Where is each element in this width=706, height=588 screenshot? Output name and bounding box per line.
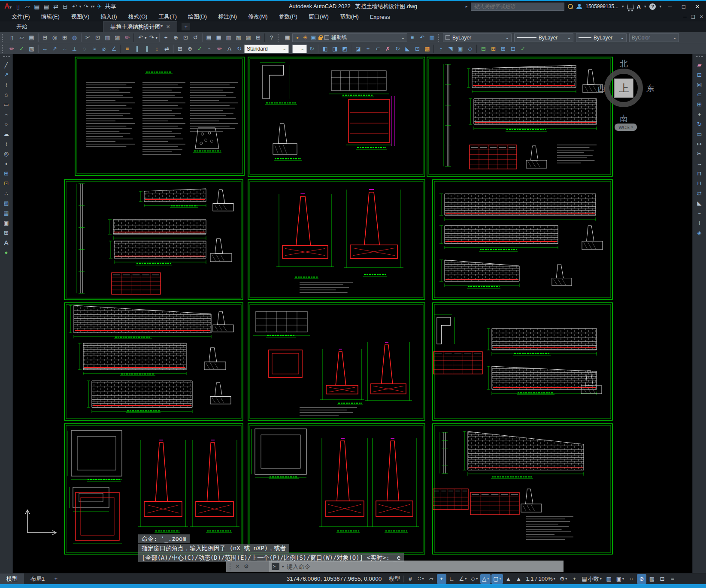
designcenter-icon[interactable]: ▦ xyxy=(214,33,224,42)
circle-icon[interactable]: ○ xyxy=(1,119,12,129)
extend-icon[interactable]: → xyxy=(694,159,705,169)
qat-saveas-icon[interactable]: ▤ xyxy=(42,2,51,11)
menu-window[interactable]: 窗口(W) xyxy=(303,12,334,21)
model-paper-toggle[interactable]: 模型 xyxy=(387,574,402,584)
markup-icon[interactable]: ▨ xyxy=(243,33,253,42)
doc-minimize-button[interactable]: ─ xyxy=(683,14,687,19)
offset-icon[interactable]: ⊂ xyxy=(694,90,705,100)
mtext-icon[interactable]: A xyxy=(1,238,12,247)
graphics-performance-icon[interactable]: ▧ xyxy=(647,574,657,584)
check-icon[interactable]: ✓ xyxy=(518,44,528,54)
doc-restore-button[interactable]: ❑ xyxy=(691,14,695,20)
publish-icon[interactable]: ⊞ xyxy=(60,33,70,42)
quick-properties-icon[interactable]: ▥ xyxy=(604,574,614,584)
shell-2-icon[interactable]: ⊞ xyxy=(498,44,508,54)
viewcube[interactable]: 北 西 东 南 上 xyxy=(598,58,655,126)
pan-icon[interactable]: + xyxy=(161,33,171,42)
erase-icon[interactable]: ▰ xyxy=(694,60,705,70)
paste-icon[interactable]: ▥ xyxy=(103,33,112,42)
extrude-faces-icon[interactable]: ◪ xyxy=(353,44,363,54)
grid-toggle-icon[interactable]: # xyxy=(406,574,415,584)
account-name[interactable]: 1505999135... xyxy=(585,3,618,9)
subtract-icon[interactable]: ◨ xyxy=(330,44,340,54)
dim-arc-length-icon[interactable]: ⌢ xyxy=(60,44,70,54)
collapse-search-icon[interactable]: ▸ xyxy=(466,4,468,9)
line-icon[interactable]: ╱ xyxy=(1,60,12,70)
ellipse-icon[interactable]: ◎ xyxy=(1,149,12,159)
new-layout-button[interactable]: + xyxy=(51,575,61,583)
account-dropdown[interactable]: ▾ xyxy=(622,4,624,9)
search-icon[interactable] xyxy=(568,4,573,9)
quick-dim-icon[interactable]: ≡ xyxy=(122,44,132,54)
edit-block-icon[interactable]: ✏ xyxy=(122,33,132,42)
menu-view[interactable]: 视图(V) xyxy=(65,12,95,21)
save-icon[interactable]: ▤ xyxy=(27,33,36,42)
quickcalc-icon[interactable]: ⊞ xyxy=(253,33,263,42)
menu-help[interactable]: 帮助(H) xyxy=(334,12,364,21)
copy-icon[interactable]: ⊡ xyxy=(694,70,705,80)
dim-continue-icon[interactable]: ∥ xyxy=(142,44,152,54)
delete-faces-icon[interactable]: ✗ xyxy=(383,44,393,54)
zoom-previous-icon[interactable]: ↺ xyxy=(191,33,200,42)
viewcube-top-face[interactable]: 上 xyxy=(614,78,633,98)
qat-redo-icon[interactable]: ↷ xyxy=(81,2,91,11)
edit-text-icon[interactable]: ✏ xyxy=(7,44,17,54)
properties-palette-icon[interactable]: ▤ xyxy=(204,33,214,42)
customize-status-icon[interactable]: ≡ xyxy=(668,574,677,584)
redo-icon[interactable]: ↷ xyxy=(147,33,157,42)
offset-faces-icon[interactable]: ⊂ xyxy=(373,44,383,54)
ortho-mode-icon[interactable]: ∟ xyxy=(447,574,457,584)
move-icon[interactable]: + xyxy=(694,109,705,119)
viewcube-west[interactable]: 西 xyxy=(597,83,606,94)
layout1-tab[interactable]: 布局1 xyxy=(24,573,51,585)
dim-diameter-icon[interactable]: ⌀ xyxy=(99,44,109,54)
dim-text-edit-icon[interactable]: A xyxy=(224,44,234,54)
help-dropdown[interactable]: ▾ xyxy=(659,4,661,9)
properties-toolbar-grip[interactable] xyxy=(438,34,441,42)
insert-block-icon[interactable]: ⊞ xyxy=(1,169,12,178)
fullscreen-icon[interactable]: ⊡ xyxy=(658,574,667,584)
qat-new-icon[interactable]: ▯ xyxy=(13,2,23,11)
solid-edit-icon[interactable]: ⊡ xyxy=(508,44,518,54)
dim-ordinate-icon[interactable]: ⊥ xyxy=(70,44,79,54)
isodraft-icon[interactable]: ◇▾ xyxy=(469,574,479,584)
separate-icon[interactable]: ⊟ xyxy=(479,44,488,54)
object-snap-icon[interactable]: ▢▾ xyxy=(491,574,503,584)
clean-icon[interactable]: ◇ xyxy=(465,44,475,54)
spline-icon[interactable]: ≀ xyxy=(1,139,12,149)
tolerance-icon[interactable]: ⊞ xyxy=(175,44,185,54)
construction-line-icon[interactable]: ↗ xyxy=(1,70,12,80)
layer-combo[interactable]: ● ☀ ▣ 辅助线 ⌄ xyxy=(292,33,407,42)
move-faces-icon[interactable]: + xyxy=(363,44,373,54)
annotation-visibility-icon[interactable]: ▲ xyxy=(504,574,513,584)
make-block-icon[interactable]: ⊡ xyxy=(1,178,12,188)
stretch-icon[interactable]: ↦ xyxy=(694,139,705,149)
break-icon[interactable]: ⊔ xyxy=(694,178,705,188)
annotation-autoscale-icon[interactable]: ▲ xyxy=(514,574,524,584)
layer-states-icon[interactable]: ≡ xyxy=(407,33,417,42)
doc-close-button[interactable]: ✕ xyxy=(700,14,703,20)
table-icon[interactable]: ⊞ xyxy=(1,228,12,238)
share-icon[interactable]: ✈ xyxy=(94,2,104,11)
maximize-button[interactable]: □ xyxy=(679,3,689,10)
gradient-icon[interactable]: ▦ xyxy=(1,208,12,218)
shell-icon[interactable]: ⊞ xyxy=(488,44,498,54)
layer-thaw-icon[interactable]: ☀ xyxy=(302,33,308,42)
open-icon[interactable]: ▱ xyxy=(17,33,27,42)
point-icon[interactable]: ∴ xyxy=(1,188,12,198)
explode-icon[interactable]: ◈ xyxy=(694,228,705,238)
arc-icon[interactable]: ⌢ xyxy=(1,109,12,119)
qat-undo-icon[interactable]: ↶ xyxy=(70,2,79,11)
help-icon[interactable]: ? xyxy=(649,3,656,10)
dim-angular-icon[interactable]: ∠ xyxy=(109,44,119,54)
viewcube-east[interactable]: 东 xyxy=(646,83,654,94)
dim-jogged-icon[interactable]: ≈ xyxy=(89,44,99,54)
draw-toolbar-grip[interactable] xyxy=(3,56,10,58)
close-button[interactable]: ✕ xyxy=(692,3,703,10)
clean-screen-icon[interactable]: ⊘ xyxy=(637,574,646,584)
array-icon[interactable]: ⊞ xyxy=(694,100,705,109)
infer-constraints-icon[interactable]: ▱ xyxy=(427,574,436,584)
app-dropdown[interactable]: ▾ xyxy=(644,4,646,9)
rotate-faces-icon[interactable]: ↻ xyxy=(393,44,403,54)
dim-toolbar-grip[interactable] xyxy=(2,45,5,53)
